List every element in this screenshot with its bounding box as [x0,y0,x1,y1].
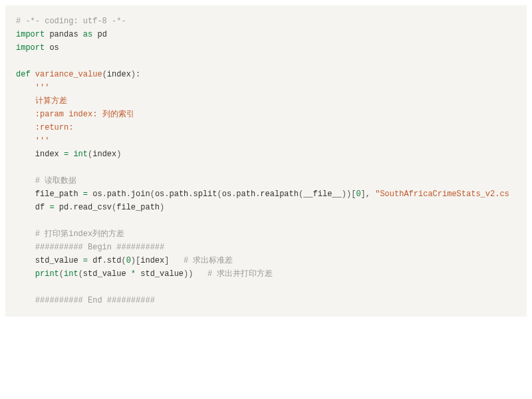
function-name: variance_value [31,70,102,79]
builtin-int: int [64,269,78,279]
code-text: df [16,203,49,212]
identifier: file_path [116,203,160,212]
identifier: pd [92,30,107,39]
keyword-import: import [16,30,45,39]
identifier: split [194,190,217,199]
comment-marker: ########## End ########## [16,296,155,305]
punct: ( [78,269,83,279]
punct: . [188,190,193,199]
docstring-quote: ''' [16,136,49,146]
identifier: std [107,256,122,265]
comment: # 求出并打印方差 [207,269,273,279]
identifier: std_value [83,269,131,279]
operator: = [83,190,88,199]
punct: ] [164,256,184,265]
punct: ], [361,190,376,199]
code-text: os [88,190,102,199]
comment-marker: ########## Begin ########## [16,243,164,252]
punct: ))[ [342,190,356,199]
punct: )[ [131,256,140,265]
operator: = [49,203,54,212]
code-text: pd [55,203,69,212]
identifier: path [107,190,126,199]
punct: ) [160,203,164,212]
code-text: file_path [16,190,83,199]
indent [16,269,35,279]
punct: ( [102,70,107,79]
code-line: # -*- coding: utf-8 -*- [16,17,126,26]
punct: ( [217,190,222,199]
identifier: std_value [136,269,184,279]
operator: * [131,269,136,279]
punct: ( [59,269,64,279]
punct: . [102,190,107,199]
keyword-def: def [16,70,31,79]
code-block: # -*- coding: utf-8 -*- import pandas as… [5,5,527,317]
punct: ): [131,70,140,79]
identifier: os [45,43,59,53]
punct: . [126,190,131,199]
identifier: read_csv [73,203,112,212]
identifier: join [131,190,150,199]
docstring-line: 计算方差 [16,96,67,106]
identifier: pandas [45,30,83,39]
comment: # 打印第index列的方差 [16,229,124,239]
operator: = [83,256,88,265]
identifier: __file__ [303,190,342,199]
identifier: os [155,190,164,199]
code-text: df [88,256,102,265]
number: 0 [126,256,131,265]
identifier: os [222,190,231,199]
identifier: path [169,190,188,199]
keyword-import: import [16,43,45,53]
string-literal: "SouthAfricaCrimeStats_v2.cs [375,190,509,199]
punct: ( [150,190,155,199]
punct: ( [121,256,126,265]
code-text: std_value [16,256,83,265]
docstring-line: :param index: 列的索引 [16,110,134,119]
code-text: index [16,150,64,159]
comment: # 求出标准差 [184,256,233,265]
comment: # 读取数据 [16,176,76,186]
punct: . [102,256,107,265]
builtin-print: print [35,269,59,279]
punct: ) [116,150,121,159]
docstring-line: :return: [16,123,73,132]
identifier: realpath [260,190,299,199]
builtin-int: int [73,150,88,159]
docstring-quote: ''' [16,83,49,92]
identifier: index [92,150,116,159]
punct: )) [184,269,207,279]
keyword-as: as [83,30,92,39]
identifier: index [140,256,164,265]
identifier: path [236,190,255,199]
parameter: index [107,70,131,79]
number: 0 [356,190,360,199]
